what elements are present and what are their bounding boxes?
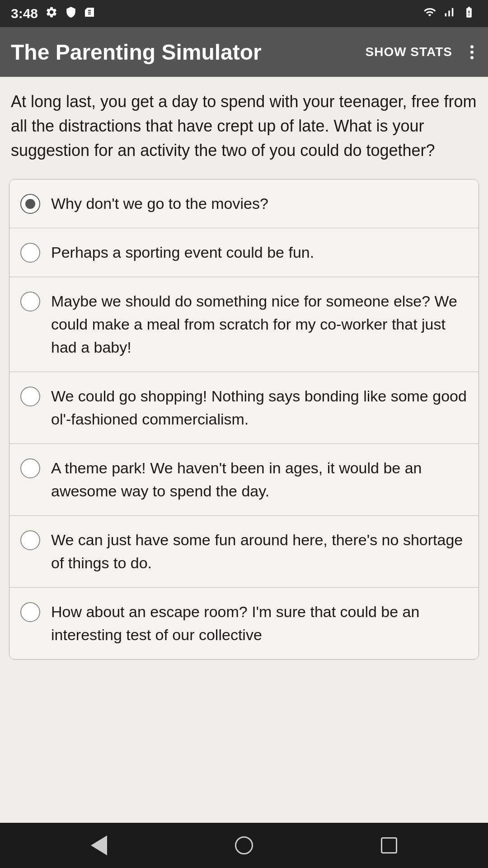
status-right — [422, 6, 477, 22]
nav-back-button[interactable] — [91, 835, 107, 855]
option-item[interactable]: How about an escape room? I'm sure that … — [9, 588, 479, 659]
option-item[interactable]: Maybe we should do something nice for so… — [9, 277, 479, 372]
option-item[interactable]: Perhaps a sporting event could be fun. — [9, 228, 479, 277]
back-icon — [91, 835, 107, 855]
radio-button-2 — [20, 243, 40, 263]
home-icon — [235, 836, 253, 854]
dot-2 — [470, 51, 474, 54]
status-bar: 3:48 — [0, 0, 488, 27]
radio-button-7 — [20, 602, 40, 622]
option-item[interactable]: We could go shopping! Nothing says bondi… — [9, 372, 479, 444]
nav-home-button[interactable] — [235, 836, 253, 854]
settings-icon — [45, 6, 58, 21]
recents-icon — [381, 837, 397, 854]
show-stats-button[interactable]: SHOW STATS — [360, 41, 458, 63]
wifi-icon — [422, 6, 437, 22]
status-left: 3:48 — [11, 6, 95, 21]
option-item[interactable]: We can just have some fun around here, t… — [9, 516, 479, 588]
option-text-1: Why don't we go to the movies? — [51, 192, 468, 215]
radio-button-3 — [20, 292, 40, 311]
option-item[interactable]: A theme park! We haven't been in ages, i… — [9, 444, 479, 516]
main-content: At long last, you get a day to spend wit… — [0, 77, 488, 823]
option-item[interactable]: Why don't we go to the movies? — [9, 179, 479, 228]
signal-icon — [443, 6, 455, 22]
scenario-text: At long last, you get a day to spend wit… — [9, 86, 479, 166]
option-text-4: We could go shopping! Nothing says bondi… — [51, 385, 468, 431]
radio-button-6 — [20, 530, 40, 550]
sim-icon — [84, 6, 95, 21]
option-text-3: Maybe we should do something nice for so… — [51, 290, 468, 359]
nav-bar — [0, 823, 488, 868]
dot-1 — [470, 45, 474, 48]
option-text-6: We can just have some fun around here, t… — [51, 528, 468, 575]
radio-button-4 — [20, 387, 40, 406]
option-text-2: Perhaps a sporting event could be fun. — [51, 241, 468, 264]
radio-button-1 — [20, 194, 40, 214]
battery-icon — [461, 6, 477, 22]
status-time: 3:48 — [11, 6, 38, 21]
app-bar: The Parenting Simulator SHOW STATS — [0, 27, 488, 77]
options-container: Why don't we go to the movies?Perhaps a … — [9, 179, 479, 660]
radio-button-5 — [20, 458, 40, 478]
option-text-5: A theme park! We haven't been in ages, i… — [51, 457, 468, 503]
dot-3 — [470, 56, 474, 59]
app-title: The Parenting Simulator — [11, 40, 351, 65]
shield-icon — [65, 6, 77, 21]
more-options-button[interactable] — [467, 42, 477, 63]
option-text-7: How about an escape room? I'm sure that … — [51, 600, 468, 646]
nav-recents-button[interactable] — [381, 837, 397, 854]
